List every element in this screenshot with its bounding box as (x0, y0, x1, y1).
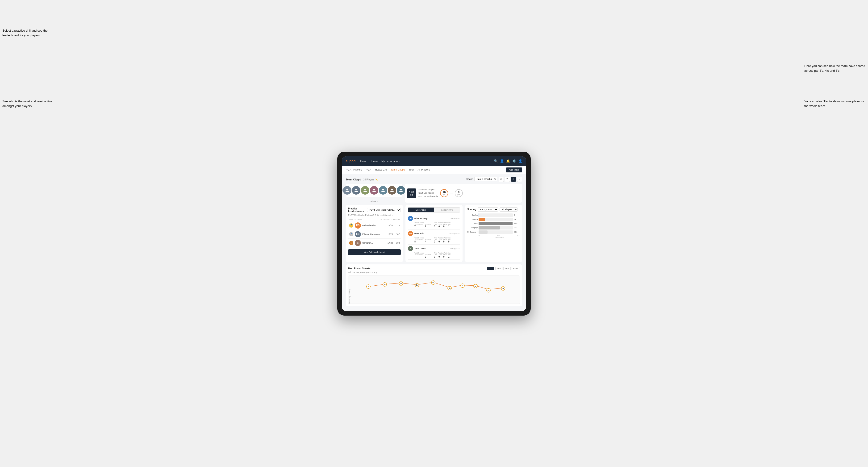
filter-arg-button[interactable]: ARG (503, 267, 511, 270)
rank-badge-1: 🥇 (349, 223, 353, 228)
player-avatar-5[interactable] (370, 186, 378, 195)
shot-circle-start-val: 16 (442, 191, 445, 194)
shot-detail-2: Start Lie: Rough (418, 191, 438, 195)
sub-nav-items: PGAT Players PGA Hcaps 1-5 Team Clippd T… (346, 166, 506, 173)
practice-label: Practice (425, 224, 431, 225)
scoring-par-filter[interactable]: Par 3, 4 & 5s (478, 207, 498, 212)
shot-circle-end-val: 0 (458, 191, 460, 194)
nav-teams[interactable]: Teams (371, 159, 378, 163)
total-rounds-label: Total Rounds (414, 222, 431, 224)
ott-val-1: 0 (434, 225, 437, 228)
player-avg-1: 110 (396, 224, 400, 227)
filter-app-button[interactable]: APP (495, 267, 502, 270)
scoring-bar-fill-bogeys (478, 226, 500, 229)
filter-putt-button[interactable]: PUTT (512, 267, 520, 270)
leaderboard-cols: PLAYER NAME PB SCORE PB AVG SQ (348, 218, 401, 220)
player-avatar-3[interactable] (352, 186, 361, 195)
scoring-label-birdies: Birdies (467, 218, 478, 220)
pa-avatar-2: RB (408, 231, 413, 236)
shot-info-card: 198 SC Shot Dist: 16 yds Start Lie: Roug… (405, 184, 522, 203)
pa-stats-2: Total Rounds Tournament 8 Practice 4 (408, 237, 460, 243)
sort-icon[interactable]: ↕ (517, 177, 522, 182)
shot-badge-sub: SC (408, 194, 415, 196)
filter-ott-button[interactable]: OTT (487, 267, 494, 270)
scoring-bar-eagles: Eagles 3 (467, 214, 520, 217)
leaderboard-title: Practice Leaderboards (348, 207, 367, 213)
scoring-title: Scoring (467, 208, 476, 211)
scoring-label-pars: Pars (467, 222, 478, 224)
tab-team-clippd[interactable]: Team Clippd (391, 166, 405, 173)
person-icon[interactable]: 👤 (500, 159, 504, 163)
player-avatar-7[interactable] (388, 186, 396, 195)
nav-my-performance[interactable]: My Performance (381, 159, 401, 163)
bell-icon[interactable]: 🔔 (506, 159, 510, 163)
search-icon[interactable]: 🔍 (494, 159, 498, 163)
player-avatar-lb-2: EC (355, 231, 361, 237)
tab-hcaps[interactable]: Hcaps 1-5 (375, 166, 387, 173)
annotation-top-left: Select a practice drill and see the lead… (2, 28, 54, 37)
player-avatar-2[interactable] (343, 186, 351, 195)
tab-least-active[interactable]: Least Active (434, 208, 460, 212)
scoring-bar-outer-pars (478, 222, 513, 225)
player-score-2: 18/20 (388, 233, 393, 236)
player-avatar-1[interactable] (342, 186, 342, 195)
streak-dot-circle-8: 4x (473, 284, 478, 288)
streaks-chart: % Fairway Accuracy 7x (348, 276, 520, 304)
scoring-bar-dbogeys: D. Bogeys + 131 (467, 230, 520, 234)
col-player-name: PLAYER NAME (349, 218, 380, 220)
grid-view-icon[interactable]: ⊞ (499, 177, 504, 182)
streak-dot-3: 6x (399, 281, 403, 286)
scoring-val-dbogeys: 131 (514, 231, 520, 233)
tab-all-players[interactable]: All Players (418, 166, 430, 173)
scoring-card: Scoring Par 3, 4 & 5s All Players Eagles (465, 205, 522, 262)
avatar-icon[interactable]: 👤 (519, 159, 522, 163)
players-wrapper (342, 186, 414, 195)
rank-badge-2: 🥈 (349, 232, 353, 236)
player-avatar-6[interactable] (379, 186, 387, 195)
scoring-bar-fill-dbogeys (478, 230, 488, 234)
scoring-bars: Eagles 3 Birdies 96 (467, 214, 520, 234)
streak-dot-circle-4: 5x (415, 283, 419, 287)
shot-circles: 16 yds → 0 yds (440, 189, 463, 197)
player-avatar-8[interactable] (397, 186, 405, 195)
team-title: Team Clippd (346, 178, 361, 181)
scoring-player-filter[interactable]: All Players (500, 207, 518, 212)
streaks-header: Best Round Streaks OTT APP ARG PUTT (348, 267, 520, 270)
leaderboard-subtitle: PUTT Must Make Putting (3-6 ft), Last 3 … (348, 214, 401, 216)
col-pb-avg: PB AVG SQ (390, 218, 400, 220)
scoring-x-label: Total Shots (467, 236, 520, 239)
leaderboard-row: 🥉 C Cameron... 17/20 103 (348, 239, 401, 247)
pa-name-1: Blair McHarg (414, 217, 448, 220)
app-logo: clippd (346, 159, 355, 163)
shot-circle-start-label: yds (443, 194, 445, 195)
streaks-filter-buttons: OTT APP ARG PUTT (487, 267, 520, 270)
scoring-label-eagles: Eagles (467, 214, 478, 216)
tab-pgat-players[interactable]: PGAT Players (346, 166, 362, 173)
pa-stats-3: Total Rounds Tournament 7 Practice 2 (408, 252, 460, 258)
tablet-screen: clippd Home Teams My Performance 🔍 👤 🔔 ⚙… (342, 156, 526, 311)
streak-dot-circle-3: 6x (399, 281, 403, 286)
streaks-y-label: % Fairway Accuracy (349, 276, 350, 304)
player-score-1: 19/20 (388, 224, 393, 227)
view-full-leaderboard-button[interactable]: View Full Leaderboard (348, 249, 401, 255)
leaderboard-filter-select[interactable]: PUTT Must Make Putting... (367, 208, 401, 212)
list-view-icon[interactable]: ☰ (505, 177, 510, 182)
add-team-button[interactable]: Add Team (506, 167, 522, 173)
streak-dot-1: 7x (366, 284, 371, 289)
leaderboard-row: 🥈 EC Edward Crossman 18/20 107 (348, 230, 401, 239)
streaks-title: Best Round Streaks (348, 267, 371, 270)
player-avg-3: 103 (396, 242, 400, 244)
settings-icon[interactable]: ⚙️ (512, 159, 516, 163)
putt-val-1: 1 (448, 225, 453, 228)
edit-team-icon[interactable]: ✏️ (375, 179, 378, 181)
tab-pga[interactable]: PGA (366, 166, 371, 173)
tab-most-active[interactable]: Most Active (408, 208, 434, 212)
nav-home[interactable]: Home (360, 159, 367, 163)
show-period-select[interactable]: Last 3 months Last 6 months Last year (474, 177, 497, 181)
tab-tour[interactable]: Tour (409, 166, 414, 173)
player-activity-item-1: BM Blair McHarg 26 Aug 2023 Total Rounds… (408, 214, 460, 229)
nav-items: Home Teams My Performance (360, 159, 494, 163)
player-avatar-4[interactable] (361, 186, 369, 195)
shot-detail-1: Shot Dist: 16 yds (418, 188, 438, 191)
card-view-icon[interactable]: ⊟ (511, 177, 516, 182)
